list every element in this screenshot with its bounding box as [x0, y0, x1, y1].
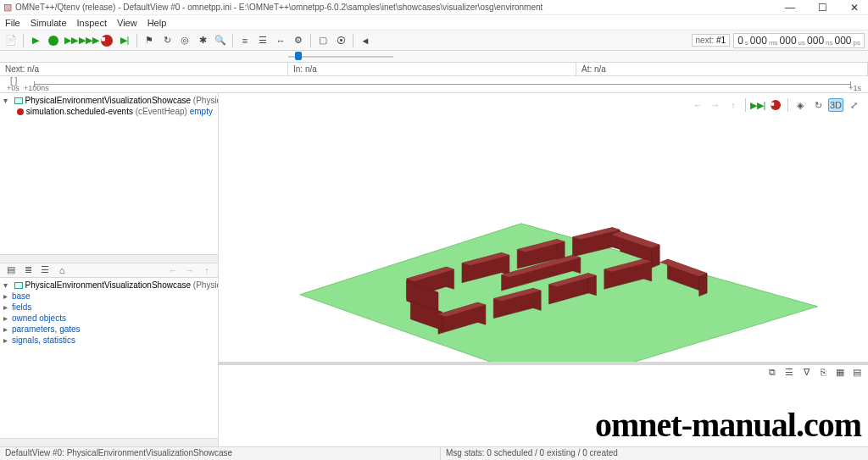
- title-bar: ▧ OMNeT++/Qtenv (release) - DefaultView …: [0, 0, 868, 15]
- maximize-button[interactable]: ☐: [812, 2, 832, 14]
- menu-bar: File Simulate Inspect View Help: [0, 15, 868, 30]
- menu-file[interactable]: File: [5, 18, 20, 28]
- separator: [310, 34, 311, 47]
- search-icon[interactable]: 🔍: [213, 33, 228, 48]
- svg-marker-10: [652, 245, 659, 268]
- speed-slider-row: [0, 51, 868, 63]
- animate-icon[interactable]: ↔: [273, 33, 288, 48]
- props-item-signals-statistics[interactable]: ▸signals, statistics: [3, 335, 214, 346]
- timeline-row[interactable]: [ ] +0s +100ns +1s: [0, 76, 868, 93]
- tree-scrollbar[interactable]: [0, 254, 218, 263]
- canvas-back-icon[interactable]: ←: [690, 98, 705, 112]
- next-label: next:: [696, 36, 715, 45]
- video-icon[interactable]: ▢: [315, 33, 331, 48]
- rebuild-icon[interactable]: ↻: [159, 33, 175, 48]
- separator: [745, 98, 746, 112]
- run-icon[interactable]: [46, 33, 61, 48]
- props-item-base[interactable]: ▸base: [3, 291, 214, 302]
- window-title: OMNeT++/Qtenv (release) - DefaultView #0…: [15, 3, 780, 12]
- left-sidebar: ▾ PhysicalEnvironmentVisualizationShowca…: [0, 93, 219, 446]
- next-value: #1: [716, 36, 726, 45]
- timeline-end-label: +1s: [849, 84, 861, 92]
- canvas-stop-icon[interactable]: ■: [768, 98, 783, 112]
- back-icon[interactable]: ←: [167, 265, 179, 275]
- canvas-3d-icon[interactable]: 3D: [828, 98, 843, 112]
- log-mode2-icon[interactable]: ▤: [851, 367, 863, 378]
- log-copy-icon[interactable]: ⧉: [766, 367, 778, 378]
- network-canvas[interactable]: ← → ↑ ▶▶| ■ ◈ ↻ 3D ⤢: [219, 93, 868, 362]
- speed-slider-thumb[interactable]: [295, 52, 302, 60]
- at-time-cell: At: n/a: [576, 63, 868, 75]
- log-filter-icon[interactable]: ∇: [800, 367, 812, 378]
- props-item-fields[interactable]: ▸fields: [3, 302, 214, 313]
- status-bar: DefaultView #0: PhysicalEnvironmentVisua…: [0, 446, 868, 460]
- list-icon[interactable]: ☰: [255, 33, 270, 48]
- props-root[interactable]: ▾ PhysicalEnvironmentVisualizationShowca…: [3, 280, 214, 291]
- speed-slider-track[interactable]: [288, 56, 393, 58]
- separator: [353, 34, 353, 47]
- simulation-time-box: 0s 000ms 000us 000ns 000ps: [733, 33, 865, 48]
- run-until-icon[interactable]: ▶|: [117, 33, 132, 48]
- separator: [23, 34, 24, 47]
- mode-flat-icon[interactable]: ☰: [39, 264, 51, 275]
- settings-icon[interactable]: ⚙: [291, 33, 306, 48]
- canvas-run-icon[interactable]: ▶▶|: [750, 98, 765, 112]
- target-icon[interactable]: ◎: [177, 33, 192, 48]
- forward-icon[interactable]: →: [184, 265, 196, 275]
- tree-scheduled-events[interactable]: simulation.scheduled-events (cEventHeap)…: [3, 106, 214, 117]
- props-item-owned-objects[interactable]: ▸owned objects: [3, 313, 214, 324]
- timeline-log-label: +100ns: [24, 84, 49, 92]
- canvas-zoom-icon[interactable]: ⤢: [846, 98, 861, 112]
- mode-children-icon[interactable]: ⌂: [56, 265, 68, 275]
- timeline-icon[interactable]: ≡: [237, 33, 253, 48]
- canvas-forward-icon[interactable]: →: [708, 98, 723, 112]
- status-left: DefaultView #0: PhysicalEnvironmentVisua…: [0, 447, 441, 460]
- in-module-cell: In: n/a: [288, 63, 576, 75]
- log-mode1-icon[interactable]: ▦: [834, 367, 846, 378]
- step-icon[interactable]: ▶: [28, 33, 43, 48]
- canvas-up-icon[interactable]: ↑: [726, 98, 741, 112]
- log-panel[interactable]: ⧉ ☰ ∇ ⎘ ▦ ▤: [219, 362, 868, 446]
- props-scrollbar[interactable]: [0, 438, 218, 446]
- speed-down-icon[interactable]: ◄: [358, 33, 373, 48]
- close-button[interactable]: ✕: [844, 2, 865, 14]
- menu-help[interactable]: Help: [147, 18, 167, 28]
- separator: [136, 34, 137, 47]
- svg-marker-12: [699, 274, 707, 297]
- separator: [787, 98, 788, 112]
- next-event-box: next: #1: [692, 34, 731, 47]
- canvas-relayout-icon[interactable]: ◈: [793, 98, 808, 112]
- menu-inspect[interactable]: Inspect: [77, 18, 107, 28]
- record-icon[interactable]: ⦿: [333, 33, 348, 48]
- stop-icon[interactable]: ■: [99, 33, 114, 48]
- status-right: Msg stats: 0 scheduled / 0 existing / 0 …: [441, 447, 868, 460]
- timeline-bar: [34, 84, 851, 85]
- flag-icon[interactable]: ⚑: [142, 33, 157, 48]
- event-info-row: Next: n/a In: n/a At: n/a: [0, 63, 868, 76]
- log-save-icon[interactable]: ⎘: [817, 367, 829, 378]
- mode-inherit-icon[interactable]: ≣: [22, 264, 34, 275]
- canvas-refresh-icon[interactable]: ↻: [810, 98, 826, 112]
- find-icon[interactable]: ✱: [195, 33, 210, 48]
- tree-root[interactable]: ▾ PhysicalEnvironmentVisualizationShowca…: [3, 95, 214, 106]
- log-find-icon[interactable]: ☰: [783, 367, 795, 378]
- new-config-icon[interactable]: 📄: [3, 33, 19, 48]
- menu-view[interactable]: View: [117, 18, 137, 28]
- menu-simulate[interactable]: Simulate: [31, 18, 67, 28]
- express-icon[interactable]: ▶▶▶: [81, 33, 97, 48]
- props-item-parameters-gates[interactable]: ▸parameters, gates: [3, 324, 214, 335]
- main-toolbar: 📄 ▶ ▶▶ ▶▶▶ ■ ▶| ⚑ ↻ ◎ ✱ 🔍 ≡ ☰ ↔ ⚙ ▢ ⦿ ◄ …: [0, 30, 868, 51]
- main-area: ▾ PhysicalEnvironmentVisualizationShowca…: [0, 93, 868, 446]
- canvas-toolbar: ← → ↑ ▶▶| ■ ◈ ↻ 3D ⤢: [688, 97, 863, 114]
- properties-panel[interactable]: ▾ PhysicalEnvironmentVisualizationShowca…: [0, 278, 218, 439]
- up-icon[interactable]: ↑: [201, 265, 213, 275]
- inspector-toolbar: ▤ ≣ ☰ ⌂ ← → ↑: [0, 263, 218, 278]
- separator: [232, 34, 233, 47]
- fast-icon[interactable]: ▶▶: [64, 33, 79, 48]
- log-toolbar: ⧉ ☰ ∇ ⎘ ▦ ▤: [766, 367, 863, 378]
- object-tree-panel[interactable]: ▾ PhysicalEnvironmentVisualizationShowca…: [0, 93, 218, 254]
- minimize-button[interactable]: —: [780, 2, 800, 14]
- timeline-start-label: +0s: [7, 84, 19, 92]
- mode-grouped-icon[interactable]: ▤: [5, 264, 17, 275]
- network-icon: [14, 282, 23, 289]
